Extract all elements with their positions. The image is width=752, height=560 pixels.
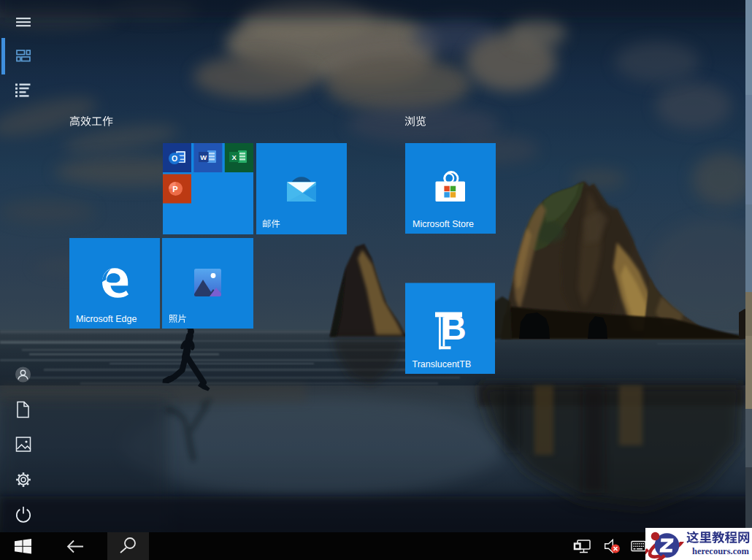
svg-text:Microsoft Edge: Microsoft Edge: [76, 314, 137, 324]
svg-text:B: B: [442, 309, 467, 347]
svg-text:herecours.com: herecours.com: [692, 546, 749, 556]
svg-text:W: W: [200, 153, 207, 161]
svg-text:TranslucentTB: TranslucentTB: [413, 359, 472, 369]
svg-text:P: P: [172, 185, 177, 193]
svg-text:O: O: [172, 154, 177, 163]
svg-text:Microsoft Store: Microsoft Store: [413, 219, 474, 229]
svg-text:X: X: [232, 153, 237, 161]
